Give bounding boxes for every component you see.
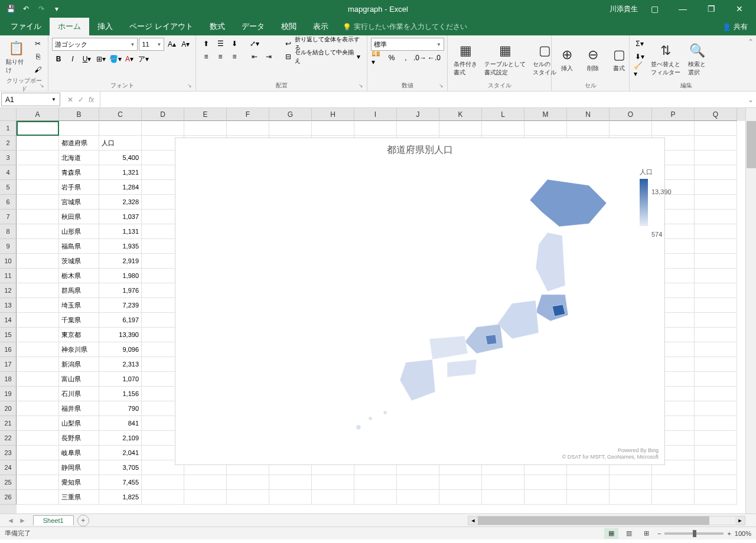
cell-C1[interactable] <box>99 121 142 136</box>
tab-file[interactable]: ファイル <box>2 18 50 35</box>
cell-Q19[interactable] <box>695 387 737 401</box>
page-layout-view-button[interactable]: ▥ <box>622 528 636 539</box>
cell-A17[interactable] <box>17 357 59 372</box>
cell-C9[interactable]: 1,935 <box>99 239 142 254</box>
row-header-16[interactable]: 16 <box>0 342 17 357</box>
cell-Q5[interactable] <box>695 180 737 195</box>
cell-E1[interactable] <box>184 121 227 136</box>
column-header-A[interactable]: A <box>17 108 59 121</box>
align-left-button[interactable]: ≡ <box>200 51 213 63</box>
cell-Q22[interactable] <box>695 431 737 446</box>
cell-A11[interactable] <box>17 269 59 283</box>
align-right-button[interactable]: ≡ <box>228 51 241 63</box>
row-header-5[interactable]: 5 <box>0 180 17 195</box>
cell-L26[interactable] <box>482 490 524 505</box>
cell-I26[interactable] <box>354 490 397 505</box>
number-format-combo[interactable]: 標準▼ <box>371 38 444 51</box>
cut-button[interactable]: ✂ <box>31 38 44 50</box>
accounting-format-button[interactable]: 💴▾ <box>371 52 384 64</box>
clear-button[interactable]: 🧹▾ <box>633 64 646 76</box>
redo-button[interactable]: ↷ <box>34 2 48 16</box>
cell-A1[interactable] <box>17 121 59 136</box>
cell-A21[interactable] <box>17 416 59 431</box>
italic-button[interactable]: I <box>66 53 79 65</box>
decrease-decimal-button[interactable]: ←.0 <box>428 52 441 64</box>
cell-Q9[interactable] <box>695 239 737 254</box>
cell-I1[interactable] <box>354 121 397 136</box>
cell-C18[interactable]: 1,070 <box>99 372 142 387</box>
tab-review[interactable]: 校閲 <box>273 18 305 35</box>
cell-Q7[interactable] <box>695 210 737 224</box>
align-center-button[interactable]: ≡ <box>214 51 227 63</box>
tab-formulas[interactable]: 数式 <box>201 18 233 35</box>
row-header-2[interactable]: 2 <box>0 136 17 151</box>
chart-title[interactable]: 都道府県別人口 <box>175 138 664 156</box>
cell-Q1[interactable] <box>695 121 737 136</box>
cell-J25[interactable] <box>397 475 439 490</box>
cell-C19[interactable]: 1,156 <box>99 387 142 401</box>
font-launcher[interactable]: ↘ <box>187 83 194 90</box>
cell-B4[interactable]: 青森県 <box>59 165 99 180</box>
cell-Q25[interactable] <box>695 475 737 490</box>
conditional-format-button[interactable]: ▦ 条件付き 書式 <box>451 38 480 80</box>
cell-Q13[interactable] <box>695 298 737 313</box>
decrease-indent-button[interactable]: ⇤ <box>248 51 261 63</box>
cell-C26[interactable]: 1,825 <box>99 490 142 505</box>
column-header-K[interactable]: K <box>439 108 482 121</box>
cell-N25[interactable] <box>567 475 610 490</box>
cell-H1[interactable] <box>312 121 354 136</box>
border-button[interactable]: ⊞▾ <box>94 53 107 65</box>
cell-K25[interactable] <box>439 475 482 490</box>
row-header-24[interactable]: 24 <box>0 460 17 475</box>
cell-Q23[interactable] <box>695 446 737 460</box>
cell-B3[interactable]: 北海道 <box>59 151 99 165</box>
cell-A9[interactable] <box>17 239 59 254</box>
wrap-text-button[interactable]: ↩ 折り返して全体を表示する <box>282 38 363 50</box>
cell-B19[interactable]: 石川県 <box>59 387 99 401</box>
cell-J26[interactable] <box>397 490 439 505</box>
column-header-M[interactable]: M <box>524 108 567 121</box>
cell-C3[interactable]: 5,400 <box>99 151 142 165</box>
cell-B5[interactable]: 岩手県 <box>59 180 99 195</box>
cell-C5[interactable]: 1,284 <box>99 180 142 195</box>
cell-B23[interactable]: 岐阜県 <box>59 446 99 460</box>
cell-C10[interactable]: 2,919 <box>99 254 142 269</box>
column-header-N[interactable]: N <box>567 108 610 121</box>
cell-A3[interactable] <box>17 151 59 165</box>
cell-B25[interactable]: 愛知県 <box>59 475 99 490</box>
cell-N1[interactable] <box>567 121 610 136</box>
cell-C4[interactable]: 1,321 <box>99 165 142 180</box>
zoom-slider[interactable] <box>664 532 724 535</box>
orientation-button[interactable]: ⤢▾ <box>248 38 261 50</box>
cell-Q11[interactable] <box>695 269 737 283</box>
column-header-B[interactable]: B <box>59 108 99 121</box>
cell-A18[interactable] <box>17 372 59 387</box>
formula-input[interactable] <box>100 91 745 107</box>
sheet-nav-prev[interactable]: ◄ <box>7 516 14 525</box>
cell-H26[interactable] <box>312 490 354 505</box>
cell-Q24[interactable] <box>695 460 737 475</box>
cell-E25[interactable] <box>184 475 227 490</box>
cell-G26[interactable] <box>269 490 312 505</box>
cell-B6[interactable]: 宮城県 <box>59 195 99 210</box>
cell-I25[interactable] <box>354 475 397 490</box>
ribbon-display-options-button[interactable]: ▢ <box>643 0 666 18</box>
align-top-button[interactable]: ⬆ <box>200 38 213 50</box>
row-header-1[interactable]: 1 <box>0 121 17 136</box>
share-button[interactable]: 👤 共有 <box>714 18 756 35</box>
cell-P1[interactable] <box>652 121 695 136</box>
cell-D25[interactable] <box>142 475 184 490</box>
cell-Q6[interactable] <box>695 195 737 210</box>
format-cells-button[interactable]: ▢ 書式 <box>607 38 631 80</box>
zoom-slider-thumb[interactable] <box>693 530 696 537</box>
cell-A6[interactable] <box>17 195 59 210</box>
cell-C17[interactable]: 2,313 <box>99 357 142 372</box>
column-header-C[interactable]: C <box>99 108 142 121</box>
row-header-8[interactable]: 8 <box>0 224 17 239</box>
sort-filter-button[interactable]: ⇅ 並べ替えと フィルター <box>649 38 683 80</box>
cell-E26[interactable] <box>184 490 227 505</box>
cell-A25[interactable] <box>17 475 59 490</box>
tell-me-search[interactable]: 💡 実行したい作業を入力してください <box>337 18 473 35</box>
cell-D1[interactable] <box>142 121 184 136</box>
cell-Q15[interactable] <box>695 328 737 342</box>
